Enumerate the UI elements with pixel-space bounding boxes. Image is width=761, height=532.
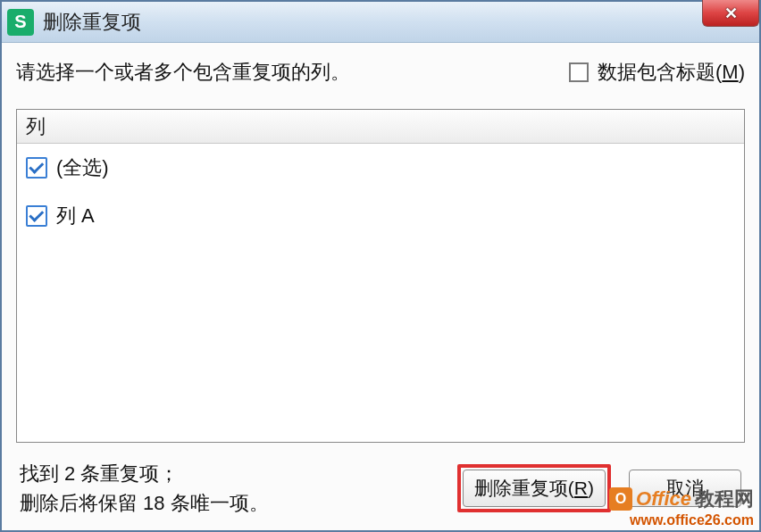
status-line2: 删除后将保留 18 条唯一项。: [20, 488, 269, 518]
data-has-header-checkbox[interactable]: 数据包含标题(M): [569, 59, 745, 86]
app-icon: S: [7, 9, 34, 36]
header-checkbox-label-suffix: ): [739, 61, 745, 84]
close-button[interactable]: ✕: [702, 0, 759, 27]
highlight-box: 删除重复项(R): [457, 464, 611, 512]
list-item-label: (全选): [56, 154, 109, 181]
columns-listbox: 列 (全选) 列 A: [16, 109, 745, 443]
checkbox-icon: [569, 62, 589, 82]
remove-button-prefix: 删除重复项(: [474, 476, 574, 501]
button-row: 删除重复项(R) 取消: [457, 464, 741, 512]
list-item[interactable]: 列 A: [26, 203, 735, 229]
dialog-window: S 删除重复项 ✕ 请选择一个或者多个包含重复项的列。 数据包含标题(M) 列 …: [0, 0, 761, 532]
list-item[interactable]: (全选): [26, 154, 735, 181]
remove-duplicates-button[interactable]: 删除重复项(R): [463, 470, 606, 507]
list-header: 列: [17, 110, 744, 144]
cancel-button[interactable]: 取消: [629, 470, 741, 507]
window-title: 删除重复项: [43, 9, 141, 36]
instruction-text: 请选择一个或者多个包含重复项的列。: [16, 59, 350, 86]
top-row: 请选择一个或者多个包含重复项的列。 数据包含标题(M): [16, 59, 745, 86]
list-item-label: 列 A: [56, 203, 95, 229]
checkbox-icon[interactable]: [26, 157, 47, 179]
status-line1: 找到 2 条重复项；: [20, 459, 269, 488]
status-text: 找到 2 条重复项； 删除后将保留 18 条唯一项。: [20, 459, 269, 518]
header-checkbox-label-prefix: 数据包含标题(: [598, 59, 722, 86]
dialog-content: 请选择一个或者多个包含重复项的列。 数据包含标题(M) 列 (全选) 列 A: [2, 43, 759, 530]
header-checkbox-hotkey: M: [722, 61, 738, 84]
bottom-row: 找到 2 条重复项； 删除后将保留 18 条唯一项。 删除重复项(R) 取消: [16, 459, 745, 521]
remove-button-suffix: ): [588, 478, 594, 499]
remove-button-hotkey: R: [574, 478, 588, 499]
titlebar: S 删除重复项 ✕: [2, 2, 759, 43]
checkbox-icon[interactable]: [26, 205, 47, 227]
list-body: (全选) 列 A: [17, 144, 744, 442]
